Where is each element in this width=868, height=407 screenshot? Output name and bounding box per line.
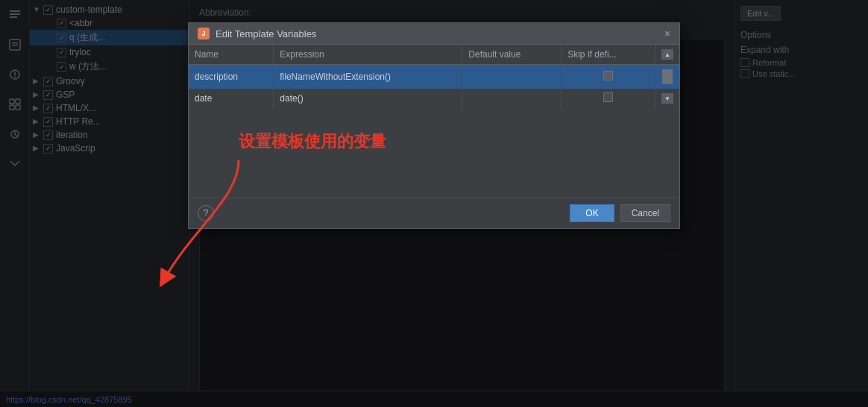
table-row-date[interactable]: date date() ▼ <box>189 89 679 108</box>
scroll-thumb[interactable] <box>662 69 673 84</box>
row-name-description: description <box>189 65 274 89</box>
dialog-icon-letter: J <box>201 30 205 37</box>
row-skip-date[interactable] <box>562 89 655 108</box>
skip-checkbox-date[interactable] <box>603 92 613 102</box>
row-skip-description[interactable] <box>562 65 655 89</box>
scroll-up-btn[interactable]: ▲ <box>661 49 673 60</box>
skip-checkbox-description[interactable] <box>603 71 613 81</box>
col-name: Name <box>189 45 274 65</box>
modal-overlay: J Edit Template Variables × Name Express… <box>0 0 868 407</box>
variables-table: Name Expression Default value Skip if de… <box>189 45 679 108</box>
col-expression: Expression <box>274 45 462 65</box>
row-name-date: date <box>189 89 274 108</box>
footer-right: OK Cancel <box>570 204 670 222</box>
edit-template-variables-dialog: J Edit Template Variables × Name Express… <box>188 22 680 229</box>
col-default: Default value <box>462 45 562 65</box>
table-row-description[interactable]: description fileNameWithoutExtension() <box>189 65 679 89</box>
row-default-description <box>462 65 562 89</box>
dialog-content: Name Expression Default value Skip if de… <box>189 45 679 108</box>
cancel-button[interactable]: Cancel <box>620 204 670 222</box>
dialog-title-icon: J <box>198 28 210 40</box>
row-scroll-description <box>655 65 680 89</box>
row-expression-description: fileNameWithoutExtension() <box>274 65 462 89</box>
row-default-date <box>462 89 562 108</box>
dialog-footer: ? OK Cancel <box>189 198 679 228</box>
dialog-close-button[interactable]: × <box>664 28 670 40</box>
col-scroll: ▲ <box>655 45 680 65</box>
footer-left: ? <box>198 205 214 221</box>
dialog-header: J Edit Template Variables × <box>189 23 679 45</box>
dialog-title: Edit Template Variables <box>216 28 658 40</box>
row-expression-date: date() <box>274 89 462 108</box>
ok-button[interactable]: OK <box>570 204 614 222</box>
help-button[interactable]: ? <box>198 205 214 221</box>
dialog-empty-area <box>189 108 679 198</box>
col-skip: Skip if defi... <box>562 45 655 65</box>
scroll-down-btn[interactable]: ▼ <box>661 93 673 104</box>
row-scroll-date: ▼ <box>655 89 680 108</box>
